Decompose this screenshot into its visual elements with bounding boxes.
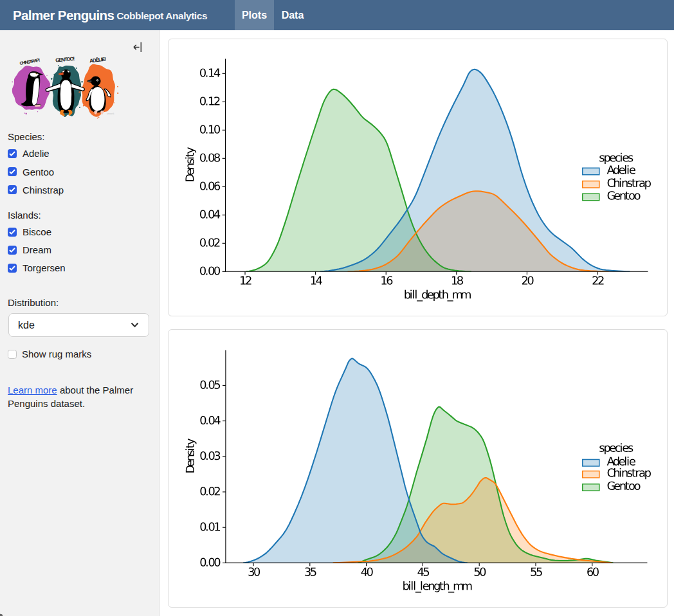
svg-text:GENTOO!: GENTOO! [55, 56, 75, 64]
svg-text:artwork: artwork [107, 113, 114, 115]
svg-text:CHINSTRAP!: CHINSTRAP! [19, 58, 41, 66]
svg-text:ADĒLIE!: ADĒLIE! [89, 56, 107, 64]
